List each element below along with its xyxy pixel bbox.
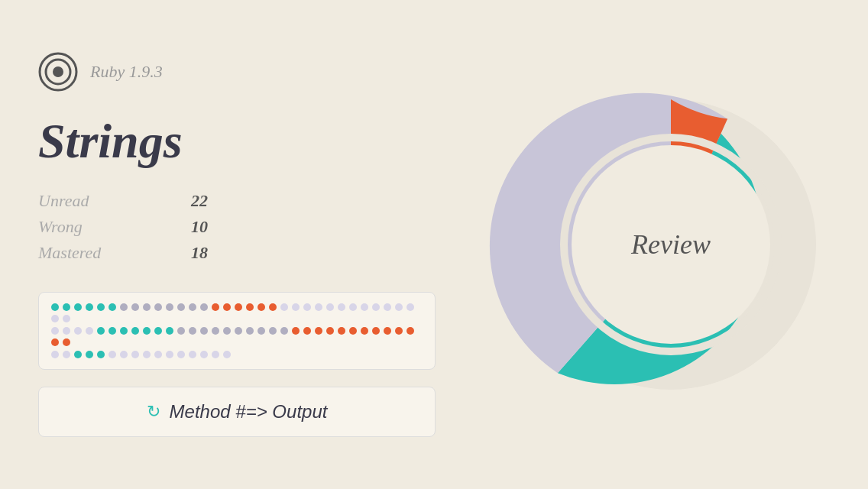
stat-row-wrong: Wrong 10 [38,217,436,237]
dot [406,303,414,311]
stats-section: Unread 22 Wrong 10 Mastered 18 [38,191,436,269]
page-title: Strings [38,115,436,168]
dot [97,327,105,335]
stat-label-wrong: Wrong [38,217,191,237]
dot [361,327,368,335]
dot [349,303,357,311]
dot [200,303,208,311]
dot [315,327,322,335]
dot [212,303,219,311]
dot [166,351,173,358]
left-panel: Ruby 1.9.3 Strings Unread 22 Wrong 10 Ma… [0,0,474,489]
dot [108,303,116,311]
dot [143,303,151,311]
dot [74,303,82,311]
dot [51,351,59,358]
dot [51,315,59,322]
dot [303,303,311,311]
dot [200,351,208,358]
dot [51,327,59,335]
dot [86,351,93,358]
dot [120,327,128,335]
dot [223,303,231,311]
dot [372,327,380,335]
dot [338,327,345,335]
stat-row-mastered: Mastered 18 [38,243,436,263]
dot [63,315,70,322]
dot [338,303,345,311]
dot [384,303,391,311]
dot [269,327,277,335]
dot [223,351,231,358]
dot [131,327,139,335]
dots-row-3 [51,351,423,358]
dot [280,303,288,311]
dot [166,327,173,335]
dot [131,303,139,311]
dot [257,327,265,335]
dot [177,351,185,358]
stat-value-mastered: 18 [191,243,208,263]
dot [154,351,162,358]
dot [200,327,208,335]
dot [63,303,70,311]
dot [406,327,414,335]
ruby-version: Ruby 1.9.3 [90,62,163,82]
dot [384,327,391,335]
dot [280,327,288,335]
dot [235,327,242,335]
dot [120,303,128,311]
dot [63,351,70,358]
dot [131,351,139,358]
stat-label-unread: Unread [38,191,191,211]
dot [108,351,116,358]
dot [189,327,196,335]
dot [166,303,173,311]
dot [74,351,82,358]
action-button[interactable]: ↻ Method #=> Output [38,387,436,437]
dot [246,327,254,335]
dot [120,351,128,358]
stat-row-unread: Unread 22 [38,191,436,211]
dot [349,327,357,335]
dot [108,327,116,335]
dot [246,303,254,311]
dot [292,303,300,311]
dot [86,327,93,335]
donut-svg [487,61,854,428]
dot [97,351,105,358]
dot [395,303,403,311]
stat-value-wrong: 10 [191,217,208,237]
dot [189,351,196,358]
stat-value-unread: 22 [191,191,208,211]
dot [63,327,70,335]
right-panel: Review [474,0,868,489]
dot [372,303,380,311]
dots-row-1 [51,303,423,322]
dot [257,303,265,311]
dot [223,327,231,335]
dot [269,303,277,311]
dot [143,327,151,335]
action-label: Method #=> Output [170,401,328,423]
svg-point-2 [53,66,63,77]
svg-point-4 [572,145,770,344]
dot [177,327,185,335]
dot [154,327,162,335]
dot [97,303,105,311]
dots-row-2 [51,327,423,346]
stat-label-mastered: Mastered [38,243,191,263]
refresh-icon: ↻ [147,402,160,422]
dot [143,351,151,358]
dot [51,338,59,346]
logo-icon [38,52,78,92]
dot [395,327,403,335]
header: Ruby 1.9.3 [38,52,436,92]
dot [315,303,322,311]
donut-chart: Review [487,61,854,428]
dot [326,327,334,335]
dot [154,303,162,311]
dot [292,327,300,335]
dot [51,303,59,311]
dot [303,327,311,335]
